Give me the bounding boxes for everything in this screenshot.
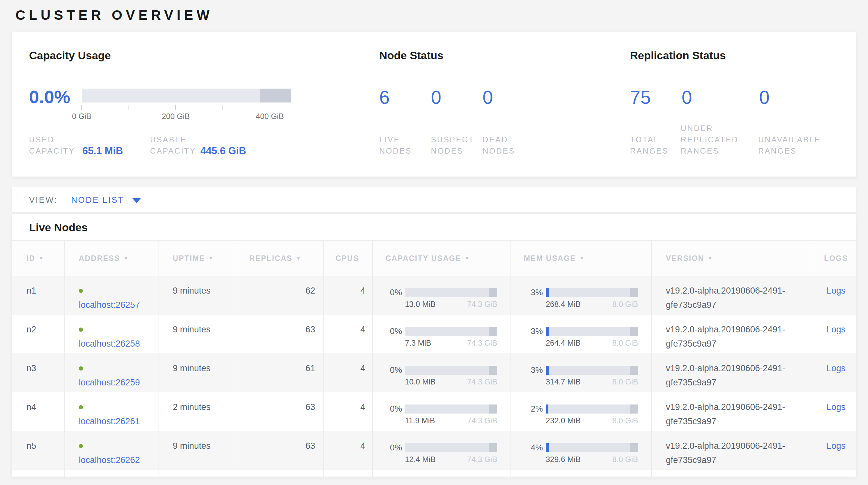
node-replicas-cell: 62 [236,276,323,315]
capacity-reserved-bar [489,366,497,375]
capacity-usage-chart: 0.0% 0 GiB 200 GiB 400 GiB [29,88,379,127]
node-address-link[interactable]: localhost:26258 [79,339,140,348]
node-uptime-cell: 2 minutes [159,392,236,431]
node-mem-usage-cell: 3% 264.4 MiB 8.0 GiB [510,315,651,353]
node-version-cell: v19.2.0-alpha.20190606-2491-gfe735c9a97 [651,353,816,392]
view-selector-dropdown[interactable]: NODE LIST [71,195,141,205]
used-capacity-label: USED CAPACITY [29,134,80,156]
node-address-cell: localhost:26262 [64,431,159,470]
node-uptime-cell [159,470,236,477]
usable-capacity-value: 445.6 GiB [200,145,246,156]
node-logs-link[interactable]: Logs [827,364,846,373]
sort-caret-icon: ▼ [708,255,713,261]
capacity-used-value: 7.3 MiB [405,339,431,348]
memory-percent-label: 2% [531,404,543,414]
view-bar: VIEW: NODE LIST [11,187,857,213]
live-status-dot-icon [79,289,83,293]
memory-meter: 3% [511,365,638,375]
view-label: VIEW: [29,195,58,205]
axis-tick-label: 400 GiB [256,112,284,121]
node-id-cell: n5 [12,431,64,470]
memory-total-value: 8.0 GiB [612,416,638,425]
capacity-usage-section: Capacity Usage 0.0% 0 GiB 200 GiB 400 Gi… [29,48,379,156]
table-header-row: ID ▼ ADDRESS ▼ UPTIME ▼ REPLICAS ▼ CPUS … [12,240,856,276]
column-header[interactable]: ID ▼ [12,241,64,276]
column-header[interactable]: REPLICAS ▼ [236,241,323,276]
node-id-cell [12,470,64,477]
memory-total-value: 8.0 GiB [612,455,638,464]
column-header[interactable]: CPUS [323,241,372,276]
memory-used-value: 232.0 MiB [546,416,581,425]
capacity-meter: 0% [373,404,497,414]
sort-caret-icon: ▼ [296,255,301,261]
used-capacity-stat: USED CAPACITY 65.1 MiB [29,134,123,156]
capacity-meter-labels: 7.3 MiB 74.3 GiB [405,339,497,348]
axis-tick [128,106,129,110]
capacity-reserved-bar [489,327,497,336]
node-replicas-cell [236,470,323,477]
column-header-label: VERSION [666,254,704,263]
memory-meter-labels: 314.7 MiB 8.0 GiB [546,377,638,387]
capacity-total-value: 74.3 GiB [467,339,497,348]
summary-card: Capacity Usage 0.0% 0 GiB 200 GiB 400 Gi… [11,32,857,177]
column-header-label: REPLICAS [249,254,292,263]
memory-used-value: 329.6 MiB [546,455,581,464]
node-version-cell: v19.2.0-alpha.20190606-2491-gfe735c9a97 [651,392,816,431]
node-capacity-usage-cell [372,470,510,477]
node-address-link[interactable]: localhost:26259 [79,378,140,387]
table-row: n1 localhost:26257 9 minutes 62 4 0% 13.… [12,276,856,315]
node-version-cell: v19.2.0-alpha.20190606-2491-gfe735c9a97 [651,276,816,315]
node-capacity-usage-cell: 0% 11.9 MiB 74.3 GiB [372,392,510,431]
column-header[interactable]: CAPACITY USAGE ▼ [372,241,510,276]
node-cpus-cell: 4 [323,315,372,353]
column-header[interactable]: LOGS [816,241,856,276]
node-id-cell: n3 [12,353,64,392]
node-replicas-cell: 63 [236,315,323,353]
axis-tick-label: 0 GiB [72,112,91,121]
replication-counts: 75 0 0 [630,88,839,107]
node-logs-cell: Logs [816,276,856,315]
usable-capacity-stat: USABLE CAPACITY 445.6 GiB [150,134,246,156]
column-header[interactable]: UPTIME ▼ [159,241,236,276]
node-logs-link[interactable]: Logs [827,286,846,295]
node-version-text: v19.2.0-alpha.20190606-2491-gfe735c9a97 [666,400,810,428]
node-version-text: v19.2.0-alpha.20190606-2491-gfe735c9a97 [666,284,810,312]
capacity-percent-label: 0% [390,365,402,375]
table-row: n3 localhost:26259 9 minutes 61 4 0% 10.… [12,353,856,392]
column-header[interactable]: VERSION ▼ [651,241,816,276]
capacity-meter-labels: 11.9 MiB 74.3 GiB [405,416,497,425]
table-body: n1 localhost:26257 9 minutes 62 4 0% 13.… [12,276,856,477]
memory-meter-labels: 232.0 MiB 8.0 GiB [546,416,638,425]
capacity-total-value: 74.3 GiB [467,455,497,464]
table-row-partial [12,470,856,477]
replication-status-section: Replication Status 75 0 0 TOTAL RANGES U… [630,48,839,156]
capacity-used-value: 12.4 MiB [405,455,436,464]
live-status-dot-icon [79,366,83,371]
capacity-stats: USED CAPACITY 65.1 MiB USABLE CAPACITY 4… [29,134,379,156]
capacity-percent-label: 0% [390,404,402,414]
node-address-link[interactable]: localhost:26262 [79,455,140,465]
node-version-text: v19.2.0-alpha.20190606-2491-gfe735c9a97 [666,439,810,467]
memory-percent-label: 3% [531,365,543,375]
live-nodes-card: Live Nodes ID ▼ ADDRESS ▼ UPTIME ▼ REPLI… [11,214,857,477]
node-capacity-usage-cell: 0% 13.0 MiB 74.3 GiB [372,276,510,315]
node-logs-link[interactable]: Logs [827,325,846,334]
capacity-total-value: 74.3 GiB [467,416,497,425]
node-cpus-cell: 4 [323,392,372,431]
node-address-link[interactable]: localhost:26261 [79,417,140,426]
column-header-label: CAPACITY USAGE [385,254,461,263]
node-address-cell: localhost:26258 [64,315,159,353]
node-logs-link[interactable]: Logs [827,441,846,451]
live-status-dot-icon [79,444,83,448]
memory-reserved-bar [630,288,638,297]
column-header-label: LOGS [824,254,848,263]
capacity-total-value: 74.3 GiB [467,300,497,309]
column-header[interactable]: ADDRESS ▼ [64,241,159,276]
memory-used-bar [546,443,549,452]
node-replicas-cell: 63 [236,392,323,431]
node-uptime-cell: 9 minutes [159,315,236,353]
node-logs-link[interactable]: Logs [827,402,846,412]
node-address-link[interactable]: localhost:26257 [79,300,140,310]
column-header[interactable]: MEM USAGE ▼ [510,241,651,276]
replication-status-title: Replication Status [630,48,839,62]
